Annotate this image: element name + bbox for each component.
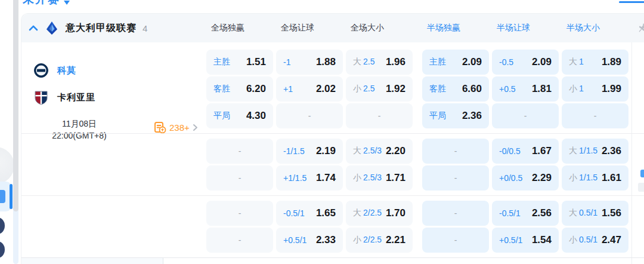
odds-line: 客胜 <box>213 84 230 94</box>
floating-widget-partial[interactable] <box>640 170 644 177</box>
odds-label: 大2/2.5 <box>353 208 382 219</box>
odds-row: 主胜1.51-11.88大2.51.96主胜2.09-0.52.09大11.89 <box>206 50 644 75</box>
pin-button[interactable] <box>636 22 644 36</box>
odds-cell[interactable]: 大2/2.51.70 <box>346 201 413 226</box>
over-under-prefix: 大 <box>353 208 361 219</box>
odds-cell[interactable]: +0/0.52.29 <box>492 165 559 191</box>
odds-cell[interactable]: -11.88 <box>276 50 343 75</box>
tab-label: 未开赛 <box>23 0 60 7</box>
odds-cell[interactable]: -0/0.51.67 <box>492 139 559 164</box>
odds-label: +0.5 <box>499 84 516 94</box>
odds-cell[interactable]: 小11.99 <box>562 76 628 102</box>
odds-row: 客胜6.20+12.02小2.51.92客胜6.60+0.51.81小11.99 <box>206 76 644 102</box>
over-under-prefix: 大 <box>353 57 361 67</box>
odds-cell[interactable]: 小1/1.51.61 <box>562 165 628 191</box>
odds-line: 2.5 <box>363 57 374 66</box>
odds-cell[interactable]: +0.5/11.54 <box>492 228 559 253</box>
odds-row: 平局4.30--平局2.36-- <box>206 103 644 128</box>
odds-value: 2.56 <box>532 207 552 219</box>
odds-cell[interactable]: +1/1.51.74 <box>276 165 343 191</box>
odds-line: -0.5/1 <box>283 208 305 218</box>
serie-a-logo-icon <box>45 21 58 35</box>
empty-dash: - <box>454 173 457 183</box>
empty-dash: - <box>378 111 381 121</box>
empty-dash: - <box>454 208 457 218</box>
odds-cell-empty: - <box>206 201 273 226</box>
odds-cell[interactable]: 客胜6.60 <box>422 76 489 102</box>
odds-value: 1.71 <box>386 172 405 184</box>
odds-value: 1.88 <box>316 56 336 68</box>
odds-cell[interactable]: 大1/1.52.36 <box>562 139 628 164</box>
odds-cell-empty: - <box>206 139 273 164</box>
odds-line: 2/2.5 <box>363 208 382 217</box>
odds-cell-empty: - <box>206 228 273 253</box>
odds-label: +0.5/1 <box>283 235 306 245</box>
odds-label: +1/1.5 <box>283 173 306 183</box>
odds-cell-empty: - <box>346 103 413 128</box>
odds-label: 大1 <box>569 57 584 67</box>
odds-line: +0/0.5 <box>499 173 522 183</box>
odds-value: 2.33 <box>316 234 336 246</box>
divider <box>21 133 644 134</box>
odds-label: +0.5/1 <box>499 235 522 245</box>
over-under-prefix: 大 <box>569 208 577 219</box>
scrollbar-thumb[interactable] <box>13 0 18 211</box>
odds-cell[interactable]: -0.52.09 <box>492 50 559 75</box>
odds-cell[interactable]: 平局4.30 <box>206 103 273 128</box>
odds-value: 1.96 <box>386 56 405 68</box>
odds-label: -0.5/1 <box>283 208 305 218</box>
odds-cell[interactable]: 平局2.36 <box>422 103 489 128</box>
floating-button-partial[interactable] <box>0 147 14 184</box>
sidebar-item-partial[interactable] <box>0 241 5 258</box>
odds-cell[interactable]: 主胜1.51 <box>206 50 273 75</box>
page: 未开赛 意大利甲级联赛 4 全场独赢 全场让球 <box>0 0 644 264</box>
odds-line: 1/1.5 <box>579 146 597 155</box>
odds-cell[interactable]: 大0.5/11.56 <box>562 201 628 226</box>
odds-label: -1/1.5 <box>283 146 305 156</box>
column-headers: 全场独赢 全场让球 全场大小 半场独赢 半场让球 半场大小 <box>206 14 628 42</box>
odds-cell-empty: - <box>422 165 489 191</box>
league-header: 意大利甲级联赛 4 全场独赢 全场让球 全场大小 半场独赢 半场让球 半场大小 <box>21 14 644 42</box>
odds-value: 1.99 <box>602 83 621 95</box>
chevron-up-icon <box>29 25 38 31</box>
odds-cell-empty: - <box>492 103 559 128</box>
tab-not-started[interactable]: 未开赛 <box>23 0 70 7</box>
pin-icon <box>636 22 644 34</box>
empty-dash: - <box>454 235 457 245</box>
odds-cell[interactable]: 大2.5/32.20 <box>346 139 413 164</box>
odds-cell[interactable]: -1/1.52.19 <box>276 139 343 164</box>
odds-cell[interactable]: -0.5/12.56 <box>492 201 559 226</box>
odds-cell[interactable]: 小2.51.92 <box>346 76 413 102</box>
odds-cell[interactable]: 主胜2.09 <box>422 50 489 75</box>
odds-label: 主胜 <box>213 57 230 67</box>
odds-cell[interactable]: +0.51.81 <box>492 76 559 102</box>
sidebar-item-partial[interactable] <box>0 217 5 234</box>
odds-line: 主胜 <box>429 57 446 67</box>
odds-label: 平局 <box>213 110 230 121</box>
odds-value: 2.36 <box>462 110 482 122</box>
odds-cell[interactable]: 小2.5/31.71 <box>346 165 413 191</box>
odds-cell[interactable]: 小0.5/12.47 <box>562 228 628 253</box>
empty-dash: - <box>594 111 597 121</box>
odds-cell[interactable]: +0.5/12.33 <box>276 228 343 253</box>
odds-cell[interactable]: 客胜6.20 <box>206 76 273 102</box>
odds-value: 1.65 <box>316 207 336 219</box>
odds-cell[interactable]: 大11.89 <box>562 50 628 75</box>
odds-cell[interactable]: +12.02 <box>276 76 343 102</box>
odds-line: 2.5/3 <box>363 146 382 155</box>
odds-value: 2.36 <box>602 145 621 157</box>
over-under-prefix: 小 <box>353 84 361 94</box>
odds-line: -0/0.5 <box>499 146 521 156</box>
odds-table: 主胜1.51-11.88大2.51.96主胜2.09-0.52.09大11.89… <box>21 42 644 253</box>
odds-line: -1 <box>283 57 290 67</box>
odds-line: -0.5/1 <box>499 208 521 218</box>
col-halftime-1x2: 半场独赢 <box>422 23 489 33</box>
odds-cell[interactable]: -0.5/11.65 <box>276 201 343 226</box>
odds-label: -0.5/1 <box>499 208 521 218</box>
odds-line: 平局 <box>429 110 446 121</box>
odds-cell[interactable]: 小2/2.52.21 <box>346 228 413 253</box>
odds-cell[interactable]: 大2.51.96 <box>346 50 413 75</box>
odds-value: 2.47 <box>602 234 621 246</box>
odds-line: +1 <box>283 84 293 94</box>
collapse-button[interactable] <box>21 25 45 31</box>
